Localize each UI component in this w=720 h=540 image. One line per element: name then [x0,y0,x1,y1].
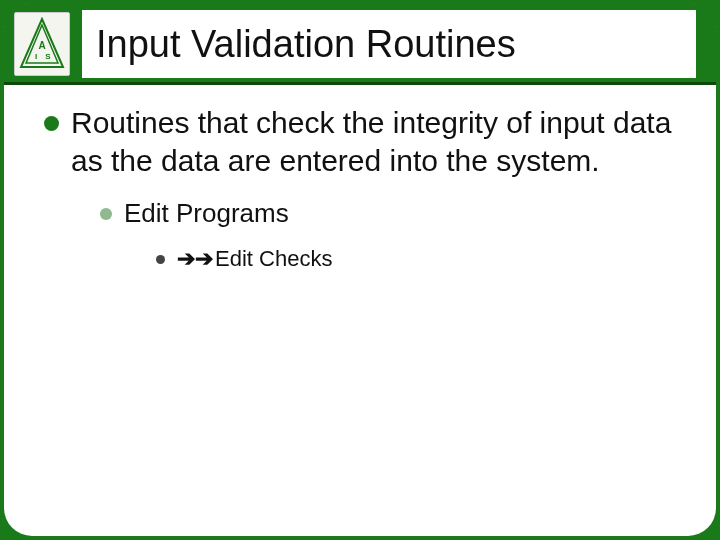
arrow-right-icon: ➔➔ [177,245,213,274]
bullet-dot-lvl2-icon [100,208,112,220]
bullet-level-3: ➔➔Edit Checks [156,245,686,274]
header-underline [4,82,716,85]
title-text: Input Validation Routines [96,23,516,66]
svg-text:S: S [45,52,51,61]
slide-frame: A I S Input Validation Routines Routines… [4,4,716,536]
bullet-dot-lvl3-icon [156,255,165,264]
slide-content: Routines that check the integrity of inp… [44,104,686,516]
slide-title: Input Validation Routines [82,10,696,78]
bullet-text-lvl3: ➔➔Edit Checks [177,245,332,274]
svg-text:I: I [35,52,37,61]
ais-triangle-icon: A I S [19,17,65,71]
bullet-text-lvl3-label: Edit Checks [215,246,332,271]
logo-ais: A I S [14,12,70,76]
bullet-dot-lvl1-icon [44,116,59,131]
bullet-text-lvl2: Edit Programs [124,197,289,231]
bullet-level-2: Edit Programs [100,197,686,231]
svg-text:A: A [38,40,45,51]
bullet-level-1: Routines that check the integrity of inp… [44,104,686,179]
bullet-text-lvl1: Routines that check the integrity of inp… [71,104,686,179]
